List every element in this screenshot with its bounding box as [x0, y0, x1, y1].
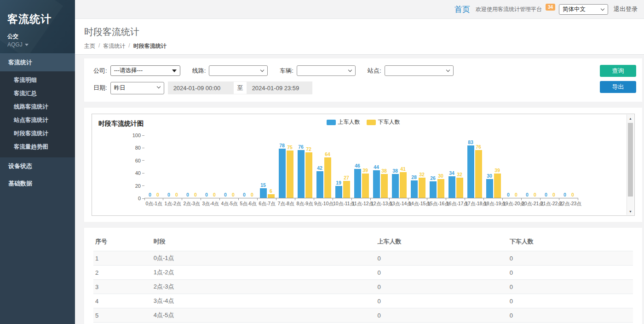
- bar-value-label: 0: [175, 192, 178, 197]
- chevron-down-icon: [601, 6, 604, 10]
- query-button[interactable]: 查询: [600, 65, 636, 77]
- x-axis-label: 3点-4点: [201, 198, 220, 207]
- bar-value-label: 44: [374, 164, 379, 170]
- x-axis: 0点-1点1点-2点2点-3点3点-4点4点-5点5点-6点6点-7点7点-8点…: [144, 198, 578, 207]
- legend-swatch: [367, 120, 376, 125]
- bar-group: 28: [411, 135, 418, 198]
- x-axis-label: 7点-8点: [276, 198, 295, 207]
- table-cell: 3点-4点: [152, 294, 376, 308]
- y-tick-label: 0: [138, 196, 141, 201]
- bar-group: 6: [268, 135, 275, 198]
- home-link[interactable]: 首页: [454, 4, 470, 15]
- table-row: 10点-1点00: [93, 251, 633, 266]
- table-row: 54点-5点00: [93, 308, 633, 323]
- bar-value-label: 64: [325, 151, 330, 157]
- bar-group: 75: [287, 135, 293, 198]
- sidebar-item[interactable]: 站点客流统计: [0, 114, 75, 127]
- scrollbar-thumb[interactable]: [628, 123, 633, 197]
- breadcrumb-separator: /: [98, 42, 100, 50]
- scrollbar-down-arrow-icon[interactable]: ▼: [627, 208, 634, 215]
- company-select[interactable]: ---请选择---: [110, 65, 180, 76]
- y-tick-label: 20: [135, 183, 141, 189]
- bar-group: 30: [486, 135, 493, 198]
- legend-item[interactable]: 下车人数: [367, 118, 400, 126]
- bar: [467, 145, 474, 198]
- bar-group: 0: [222, 135, 229, 198]
- bar: [362, 174, 369, 198]
- table-cell: 0: [508, 251, 633, 266]
- bar-group: 0: [184, 135, 191, 198]
- notification-badge[interactable]: 34: [546, 4, 555, 11]
- stats-table: 序号时段上车人数下车人数 10点-1点0021点-2点0032点-3点0043点…: [93, 232, 633, 324]
- chart-category: 00: [540, 135, 559, 198]
- topbar: 首页 欢迎使用客流统计管理平台 34 简体中文 退出登录: [75, 0, 644, 19]
- x-axis-label: 1点-2点: [163, 198, 182, 207]
- date-preset-select[interactable]: 昨日: [110, 82, 164, 94]
- table-cell: 0: [508, 323, 633, 324]
- breadcrumb-section[interactable]: 客流统计: [103, 42, 125, 50]
- table-body: 10点-1点0021点-2点0032点-3点0043点-4点0054点-5点00…: [93, 251, 633, 324]
- table-cell: 0点-1点: [152, 251, 376, 266]
- x-axis-label: 10点-11点: [333, 198, 352, 207]
- page-heading: 时段客流统计 主页 / 客流统计 / 时段客流统计: [75, 19, 644, 55]
- table-cell: 1点-2点: [152, 266, 376, 280]
- bar: [298, 150, 305, 198]
- bar-group: 0: [505, 135, 512, 198]
- sidebar-item[interactable]: 时段客流统计: [0, 127, 75, 140]
- bar-group: 39: [362, 135, 369, 198]
- y-tick-mark: [142, 148, 144, 148]
- sidebar-section[interactable]: 基础数据: [0, 175, 75, 192]
- bar-value-label: 0: [507, 192, 510, 197]
- legend-item[interactable]: 上车人数: [327, 118, 360, 126]
- org-code-dropdown[interactable]: AQGJ: [7, 41, 68, 48]
- sidebar-item[interactable]: 线路客流统计: [0, 100, 75, 114]
- chart-scrollbar[interactable]: ▲ ▼: [627, 115, 634, 215]
- table-header: 上车人数: [375, 232, 507, 251]
- date-end-input[interactable]: [247, 81, 312, 94]
- breadcrumb: 主页 / 客流统计 / 时段客流统计: [84, 42, 635, 50]
- sidebar-header: 客流统计 公交 AQGJ: [0, 0, 75, 53]
- legend-label: 下车人数: [378, 118, 400, 126]
- sidebar-section[interactable]: 设备状态: [0, 157, 75, 175]
- triangle-down-icon: [172, 69, 177, 72]
- export-button[interactable]: 导出: [600, 81, 636, 93]
- bar-group: 32: [419, 135, 426, 198]
- bar-value-label: 72: [306, 146, 311, 152]
- breadcrumb-home[interactable]: 主页: [84, 42, 95, 50]
- bar-group: 46: [354, 135, 361, 198]
- chart-category: 3039: [484, 135, 503, 198]
- station-label: 站点:: [368, 67, 381, 75]
- table-cell: 0: [375, 251, 507, 266]
- x-axis-label: 8点-9点: [295, 198, 314, 207]
- bar: [437, 179, 444, 198]
- x-axis-label: 17点-18点: [465, 198, 484, 207]
- chart-category: 00: [182, 135, 201, 198]
- logout-link[interactable]: 退出登录: [614, 5, 638, 13]
- table-cell: 2点-3点: [152, 280, 376, 294]
- sidebar-section[interactable]: 客流统计: [0, 53, 75, 71]
- x-axis-label: 9点-10点: [314, 198, 333, 207]
- content: 公司: ---请选择--- 线路: 车辆:: [75, 55, 644, 324]
- bar: [335, 186, 342, 198]
- language-select[interactable]: 简体中文: [559, 4, 608, 15]
- chevron-down-icon: [348, 68, 352, 72]
- bar-group: 0: [173, 135, 180, 198]
- vehicle-select[interactable]: [297, 65, 356, 76]
- station-select[interactable]: [385, 65, 454, 76]
- scrollbar-up-arrow-icon[interactable]: ▲: [627, 115, 634, 122]
- date-start-input[interactable]: [168, 81, 234, 94]
- table-cell: 3: [93, 280, 152, 294]
- sidebar-item[interactable]: 客流明细: [0, 74, 75, 87]
- y-tick-label: 60: [135, 158, 141, 163]
- table-cell: 0: [508, 280, 633, 294]
- chart-category: 7672: [295, 135, 314, 198]
- bar-value-label: 0: [526, 192, 529, 197]
- x-axis-label: 12点-13点: [371, 198, 390, 207]
- bar-value-label: 0: [243, 192, 246, 197]
- sidebar-item[interactable]: 客流量趋势图: [0, 140, 75, 154]
- sidebar-item[interactable]: 客流汇总: [0, 87, 75, 100]
- bar-value-label: 39: [362, 168, 368, 173]
- line-select[interactable]: [209, 65, 268, 76]
- bar: [354, 169, 361, 198]
- chart-category: 00: [144, 135, 163, 198]
